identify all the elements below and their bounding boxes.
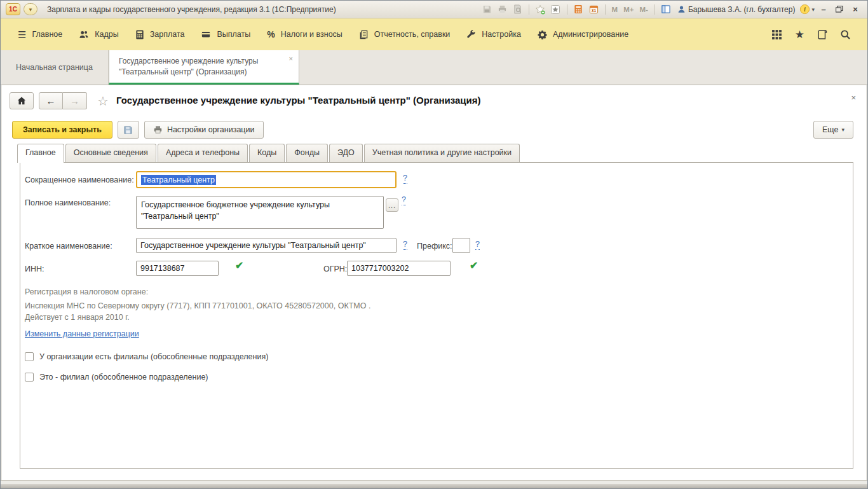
menu-item-administrirovanie[interactable]: Администрирование [529, 25, 637, 45]
memory-button[interactable]: M [610, 6, 620, 13]
info-icon: i [799, 4, 810, 15]
separator [529, 4, 529, 15]
tab-glavnoe[interactable]: Главное [17, 144, 64, 163]
system-menu-button[interactable]: ▾ [24, 3, 37, 15]
tab-kody[interactable]: Коды [249, 144, 285, 162]
full-name-textarea[interactable]: Государственное бюджетное учреждение кул… [136, 196, 384, 229]
svg-text:i: i [804, 6, 806, 13]
tab-fondy[interactable]: Фонды [286, 144, 328, 162]
1c-logo-icon[interactable]: 1С [6, 3, 20, 15]
print-preview-icon[interactable] [511, 3, 524, 15]
form-title: Государственное учреждение культуры "Теа… [116, 95, 481, 106]
input-value: 1037717003202 [351, 264, 409, 273]
tab-uchetnaya-politika[interactable]: Учетная политика и другие настройки [364, 144, 520, 162]
inn-input[interactable]: 9917138687 [136, 261, 219, 276]
history-nav: ← → [39, 92, 87, 109]
menu-item-kadry[interactable]: Кадры [71, 25, 126, 45]
menu-item-label: Налоги и взносы [281, 30, 342, 39]
tab-organization-active[interactable]: Государственное учреждение культуры "Теа… [109, 50, 299, 85]
checkbox-icon [25, 373, 34, 382]
wrench-icon [466, 30, 476, 39]
chevron-down-icon: ▾ [811, 6, 815, 13]
short-name-help-link[interactable]: ? [403, 174, 407, 184]
button-label: Еще [822, 125, 838, 134]
prefix-help-link[interactable]: ? [475, 240, 480, 250]
full-name-help-link[interactable]: ? [402, 196, 406, 205]
save-and-close-button[interactable]: Записать и закрыть [12, 121, 112, 139]
title-bar: 1С ▾ Зарплата и кадры государственного у… [1, 1, 867, 18]
full-name-choose-button[interactable]: ... [386, 198, 398, 212]
org-settings-button[interactable]: Настройки организации [144, 121, 264, 139]
menu-item-label: Выплаты [217, 30, 250, 39]
tab-home-page[interactable]: Начальная страница [1, 50, 109, 85]
ogrn-valid-check-icon: ✔ [470, 259, 478, 272]
people-icon [79, 30, 89, 39]
brief-name-input[interactable]: Государственное учреждение культуры "Теа… [136, 238, 397, 253]
save-button[interactable] [118, 121, 139, 139]
service-info-button[interactable]: i ▾ [799, 4, 815, 15]
full-name-label: Полное наименование: [25, 198, 111, 207]
calculator-icon[interactable] [572, 3, 585, 15]
history-icon[interactable] [817, 29, 827, 40]
menu-item-nalogi[interactable]: % Налоги и взносы [259, 25, 351, 44]
form-close-icon[interactable]: × [851, 93, 856, 102]
hamburger-icon: ☰ [18, 30, 26, 39]
search-icon[interactable] [840, 29, 851, 40]
back-button[interactable]: ← [39, 92, 63, 109]
registration-title: Регистрация в налоговом органе: [25, 287, 148, 296]
prefix-input[interactable] [452, 238, 470, 253]
menu-item-zarplata[interactable]: Зарплата [127, 25, 193, 45]
open-windows-bar: Начальная страница Государственное учреж… [1, 50, 867, 85]
favorite-star-icon[interactable]: ☆ [97, 93, 109, 109]
calendar-icon[interactable]: 31 [587, 3, 600, 15]
button-label: Настройки организации [167, 125, 255, 134]
user-name: Барышева З.А. (гл. бухгалтер) [688, 5, 796, 14]
is-branch-checkbox[interactable]: Это - филиал (обособленное подразделение… [25, 373, 208, 382]
inn-label: ИНН: [25, 265, 44, 273]
app-window: 1С ▾ Зарплата и кадры государственного у… [0, 0, 868, 489]
menu-item-otchetnost[interactable]: Отчетность, справки [351, 25, 459, 45]
favorites-star-icon[interactable]: ★ [795, 29, 804, 40]
memory-minus-button[interactable]: M- [638, 6, 650, 13]
apps-grid-icon[interactable] [771, 29, 782, 40]
tab-adresa-telefony[interactable]: Адреса и телефоны [158, 144, 248, 162]
registration-line1: Инспекция МНС по Северному округу (7717)… [25, 301, 370, 310]
window-title: Зарплата и кадры государственного учрежд… [47, 5, 336, 14]
restore-button[interactable] [832, 6, 846, 13]
print-icon[interactable] [496, 3, 509, 15]
menu-item-label: Зарплата [150, 30, 185, 39]
brief-name-help-link[interactable]: ? [403, 240, 407, 250]
more-button[interactable]: Еще ▾ [813, 121, 853, 139]
menu-item-nastroyka[interactable]: Настройка [458, 25, 529, 45]
has-branches-checkbox[interactable]: У организации есть филиалы (обособленные… [25, 352, 268, 361]
chevron-down-icon: ▾ [841, 127, 844, 133]
ogrn-label: ОГРН: [323, 265, 347, 273]
short-name-input[interactable]: Театральный центр [136, 171, 397, 188]
ogrn-input[interactable]: 1037717003202 [347, 261, 451, 276]
add-favorite-icon[interactable] [534, 3, 547, 15]
main-menu-button[interactable]: ☰ Главное [10, 25, 71, 45]
menu-item-vyplaty[interactable]: Выплаты [193, 25, 259, 44]
reports-icon [359, 30, 369, 39]
favorites-list-icon[interactable] [549, 3, 562, 15]
panels-icon[interactable] [660, 3, 673, 15]
menu-item-label: Администрирование [553, 30, 628, 39]
minimize-button[interactable]: – [817, 4, 831, 14]
current-user[interactable]: Барышева З.А. (гл. бухгалтер) [675, 5, 798, 14]
home-button[interactable] [10, 92, 34, 109]
save-icon[interactable] [480, 3, 494, 15]
menu-item-label: Главное [32, 30, 62, 39]
tab-edo[interactable]: ЭДО [329, 144, 363, 162]
forward-button[interactable]: → [63, 92, 87, 109]
home-icon [17, 97, 26, 105]
svg-text:31: 31 [591, 8, 596, 13]
separator [605, 4, 606, 15]
tab-osnovnye-svedeniya[interactable]: Основные сведения [65, 144, 156, 162]
form-tab-strip: Главное Основные сведения Адреса и телеф… [2, 144, 866, 162]
close-button[interactable]: × [848, 4, 862, 14]
change-registration-link[interactable]: Изменить данные регистрации [25, 329, 139, 338]
menu-item-label: Кадры [95, 30, 118, 39]
tab-close-icon[interactable]: × [289, 54, 293, 64]
memory-plus-button[interactable]: M+ [621, 6, 635, 13]
tab-content-main: Сокращенное наименование: Театральный це… [20, 162, 853, 469]
